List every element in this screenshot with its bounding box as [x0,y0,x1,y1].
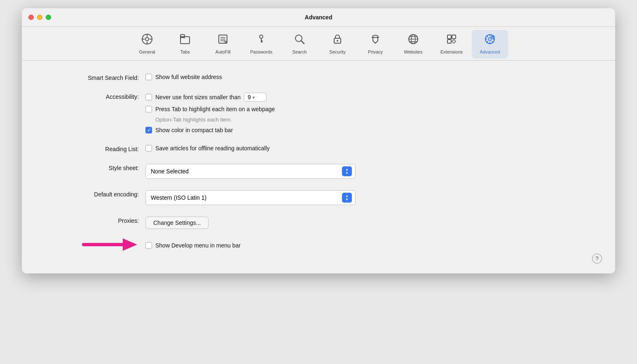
proxies-button-line: Change Settings... [145,217,208,229]
develop-menu-row: Show Develop menu in menu bar [47,242,590,249]
change-settings-button[interactable]: Change Settings... [145,217,208,229]
style-sheet-value: None Selected [151,168,189,175]
tab-tabs[interactable]: Tabs [167,30,203,58]
tab-general[interactable]: General [129,30,165,58]
develop-menu-line: Show Develop menu in menu bar [145,242,241,249]
svg-point-19 [337,40,338,42]
content-area: Smart Search Field: Show full website ad… [22,61,615,273]
compact-tab-bar-checkbox[interactable] [145,127,152,133]
smart-search-row: Smart Search Field: Show full website ad… [47,74,590,81]
tab-highlight-checkbox[interactable] [145,106,152,112]
proxies-row: Proxies: Change Settings... [47,217,590,229]
font-size-checkbox[interactable] [145,94,152,100]
privacy-icon [370,33,381,48]
proxies-label: Proxies: [47,217,145,224]
security-icon [332,33,343,48]
encoding-label: Default encoding: [47,190,145,198]
pink-arrow [80,234,137,257]
window-title: Advanced [305,14,333,21]
search-icon [294,33,305,48]
style-sheet-dropdown[interactable]: None Selected ▲ ▼ [145,164,356,179]
reading-list-label: Reading List: [47,145,145,152]
tab-passwords-label: Passwords [250,49,272,54]
help-button[interactable]: ? [592,254,602,264]
develop-menu-text: Show Develop menu in menu bar [155,242,241,249]
develop-menu-controls: Show Develop menu in menu bar [145,242,241,249]
smart-search-option1-line: Show full website address [145,74,222,80]
font-size-arrow: ▾ [253,95,255,100]
svg-line-34 [487,36,488,37]
tab-autofill-label: AutoFill [215,49,231,54]
tabs-icon [179,33,191,48]
extensions-icon [446,33,457,48]
smart-search-label: Smart Search Field: [47,74,145,81]
font-size-line: Never use font sizes smaller than 9 ▾ [145,93,275,102]
tab-passwords[interactable]: Passwords [243,30,280,58]
svg-rect-25 [447,35,451,39]
compact-tab-bar-text: Show color in compact tab bar [155,127,233,133]
tab-search-label: Search [293,49,307,54]
font-size-dropdown[interactable]: 9 ▾ [244,93,267,102]
titlebar: Advanced [22,8,615,27]
tab-extensions-label: Extensions [440,49,463,54]
tab-security[interactable]: Security [319,30,356,58]
svg-line-35 [492,41,493,42]
develop-menu-checkbox[interactable] [145,242,152,249]
websites-icon [407,33,419,48]
svg-point-39 [492,37,493,38]
smart-search-controls: Show full website address [145,74,222,80]
svg-point-12 [260,35,263,38]
tab-security-label: Security [329,49,346,54]
encoding-dropdown[interactable]: Western (ISO Latin 1) ▲ ▼ [145,190,356,205]
toolbar: General Tabs A [22,27,615,61]
encoding-value: Western (ISO Latin 1) [151,194,206,201]
tab-advanced-label: Advanced [480,49,500,54]
style-sheet-label: Style sheet: [47,164,145,171]
hint-line: Option-Tab highlights each item. [145,117,275,123]
offline-reading-text: Save articles for offline reading automa… [155,145,270,152]
style-sheet-row: Style sheet: None Selected ▲ ▼ [47,164,590,179]
style-sheet-controls: None Selected ▲ ▼ [145,164,356,179]
svg-line-17 [301,41,304,44]
tab-autofill[interactable]: AutoFill [205,30,241,58]
tab-privacy-label: Privacy [368,49,383,54]
svg-rect-26 [452,35,456,39]
svg-point-1 [145,37,149,41]
encoding-controls: Western (ISO Latin 1) ▲ ▼ [145,190,356,205]
reading-list-row: Reading List: Save articles for offline … [47,145,590,152]
show-full-address-checkbox[interactable] [145,74,152,80]
tab-websites[interactable]: Websites [395,30,431,58]
svg-line-37 [487,41,488,42]
passwords-icon [255,33,267,48]
tab-websites-label: Websites [404,49,422,54]
advanced-icon [484,33,496,48]
tab-tabs-label: Tabs [180,49,190,54]
maximize-button[interactable] [46,15,51,20]
show-full-address-text: Show full website address [155,74,222,80]
tab-search[interactable]: Search [281,30,318,58]
accessibility-row: Accessibility: Never use font sizes smal… [47,93,590,133]
tab-privacy[interactable]: Privacy [357,30,393,58]
tab-extensions[interactable]: Extensions [433,30,470,58]
encoding-arrow: ▲ ▼ [342,193,352,203]
tab-highlight-line: Press Tab to highlight each item on a we… [145,106,275,112]
encoding-row: Default encoding: Western (ISO Latin 1) … [47,190,590,205]
tab-general-label: General [139,49,155,54]
close-button[interactable] [28,15,34,20]
accessibility-controls: Never use font sizes smaller than 9 ▾ Pr… [145,93,275,133]
tab-advanced[interactable]: Advanced [472,30,508,58]
svg-rect-27 [447,40,451,43]
offline-reading-checkbox[interactable] [145,145,152,152]
general-icon [141,33,153,48]
font-size-value: 9 [248,94,251,100]
compact-tab-bar-line: Show color in compact tab bar [145,127,275,133]
offline-reading-line: Save articles for offline reading automa… [145,145,270,152]
proxies-controls: Change Settings... [145,217,208,229]
minimize-button[interactable] [37,15,42,20]
option-tab-hint: Option-Tab highlights each item. [155,117,232,123]
reading-list-controls: Save articles for offline reading automa… [145,145,270,152]
font-size-text: Never use font sizes smaller than [155,94,241,100]
accessibility-label: Accessibility: [47,93,145,100]
svg-marker-45 [123,238,137,251]
autofill-icon [217,33,229,48]
